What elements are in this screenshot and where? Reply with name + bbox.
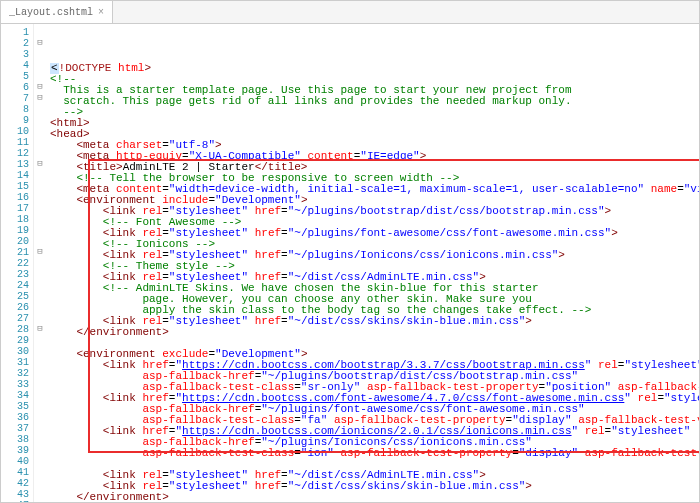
fold-toggle[interactable] [34, 489, 46, 500]
fold-toggle[interactable] [34, 148, 46, 159]
editor-window: _Layout.cshtml × 12345678910111213141516… [0, 0, 700, 503]
fold-toggle[interactable] [34, 60, 46, 71]
fold-toggle[interactable] [34, 302, 46, 313]
line-number: 34 [1, 390, 29, 401]
line-number: 2 [1, 38, 29, 49]
line-number: 21 [1, 247, 29, 258]
fold-toggle[interactable] [34, 456, 46, 467]
fold-toggle[interactable] [34, 291, 46, 302]
fold-toggle[interactable] [34, 368, 46, 379]
line-number: 32 [1, 368, 29, 379]
fold-toggle[interactable] [34, 478, 46, 489]
line-number: 30 [1, 346, 29, 357]
fold-toggle[interactable] [34, 346, 46, 357]
file-tab[interactable]: _Layout.cshtml × [1, 1, 113, 23]
fold-toggle[interactable] [34, 412, 46, 423]
tab-bar: _Layout.cshtml × [1, 1, 699, 24]
line-number: 18 [1, 214, 29, 225]
fold-toggle[interactable] [34, 214, 46, 225]
fold-toggle[interactable] [34, 445, 46, 456]
fold-toggle[interactable] [34, 104, 46, 115]
code-line[interactable]: </environment> [50, 327, 699, 338]
fold-toggle[interactable] [34, 467, 46, 478]
fold-toggle[interactable] [34, 181, 46, 192]
code-line[interactable]: asp-fallback-test-class="ion" asp-fallba… [50, 448, 699, 459]
fold-toggle[interactable] [34, 500, 46, 502]
fold-toggle[interactable] [34, 203, 46, 214]
line-number: 42 [1, 478, 29, 489]
fold-toggle[interactable] [34, 434, 46, 445]
fold-toggle[interactable] [34, 115, 46, 126]
line-number: 8 [1, 104, 29, 115]
line-number: 6 [1, 82, 29, 93]
fold-toggle[interactable] [34, 357, 46, 368]
editor-area[interactable]: 1234567891011121314151617181920212223242… [1, 24, 699, 502]
fold-toggle[interactable]: ⊟ [34, 247, 46, 258]
code-line[interactable]: --> [50, 107, 699, 118]
line-number: 23 [1, 269, 29, 280]
line-number: 24 [1, 280, 29, 291]
code-line[interactable]: <html> [50, 118, 699, 129]
line-number: 39 [1, 445, 29, 456]
file-tab-label: _Layout.cshtml [9, 7, 93, 18]
fold-toggle[interactable]: ⊟ [34, 324, 46, 335]
fold-toggle[interactable] [34, 335, 46, 346]
line-number: 5 [1, 71, 29, 82]
fold-toggle[interactable] [34, 27, 46, 38]
line-number: 40 [1, 456, 29, 467]
code-content[interactable]: <!DOCTYPE html><!-- This is a starter te… [46, 24, 699, 502]
line-number: 10 [1, 126, 29, 137]
fold-toggle[interactable] [34, 192, 46, 203]
fold-toggle[interactable]: ⊟ [34, 38, 46, 49]
line-number: 3 [1, 49, 29, 60]
line-number-gutter: 1234567891011121314151617181920212223242… [1, 24, 34, 502]
line-number: 1 [1, 27, 29, 38]
fold-toggle[interactable]: ⊟ [34, 159, 46, 170]
code-line[interactable]: <!DOCTYPE html> [50, 63, 699, 74]
line-number: 25 [1, 291, 29, 302]
line-number: 43 [1, 489, 29, 500]
fold-toggle[interactable] [34, 126, 46, 137]
line-number: 11 [1, 137, 29, 148]
line-number: 47 [1, 500, 29, 502]
line-number: 38 [1, 434, 29, 445]
fold-toggle[interactable] [34, 71, 46, 82]
line-number: 13 [1, 159, 29, 170]
fold-toggle[interactable] [34, 170, 46, 181]
close-icon[interactable]: × [98, 7, 104, 18]
fold-toggle[interactable] [34, 258, 46, 269]
line-number: 22 [1, 258, 29, 269]
line-number: 36 [1, 412, 29, 423]
fold-toggle[interactable] [34, 313, 46, 324]
line-number: 35 [1, 401, 29, 412]
fold-toggle[interactable] [34, 401, 46, 412]
line-number: 12 [1, 148, 29, 159]
line-number: 29 [1, 335, 29, 346]
fold-toggle[interactable] [34, 137, 46, 148]
fold-column[interactable]: ⊟⊟⊟⊟⊟⊟ [34, 24, 46, 502]
line-number: 7 [1, 93, 29, 104]
fold-toggle[interactable] [34, 225, 46, 236]
line-number: 37 [1, 423, 29, 434]
code-line[interactable]: </environment> [50, 492, 699, 502]
fold-toggle[interactable]: ⊟ [34, 82, 46, 93]
line-number: 20 [1, 236, 29, 247]
fold-toggle[interactable] [34, 280, 46, 291]
line-number: 31 [1, 357, 29, 368]
line-number: 26 [1, 302, 29, 313]
fold-toggle[interactable] [34, 390, 46, 401]
code-line[interactable]: scratch. This page gets rid of all links… [50, 96, 699, 107]
line-number: 41 [1, 467, 29, 478]
line-number: 17 [1, 203, 29, 214]
line-number: 28 [1, 324, 29, 335]
fold-toggle[interactable] [34, 269, 46, 280]
fold-toggle[interactable] [34, 379, 46, 390]
fold-toggle[interactable] [34, 236, 46, 247]
fold-toggle[interactable]: ⊟ [34, 93, 46, 104]
line-number: 27 [1, 313, 29, 324]
fold-toggle[interactable] [34, 49, 46, 60]
fold-toggle[interactable] [34, 423, 46, 434]
line-number: 9 [1, 115, 29, 126]
line-number: 15 [1, 181, 29, 192]
line-number: 4 [1, 60, 29, 71]
